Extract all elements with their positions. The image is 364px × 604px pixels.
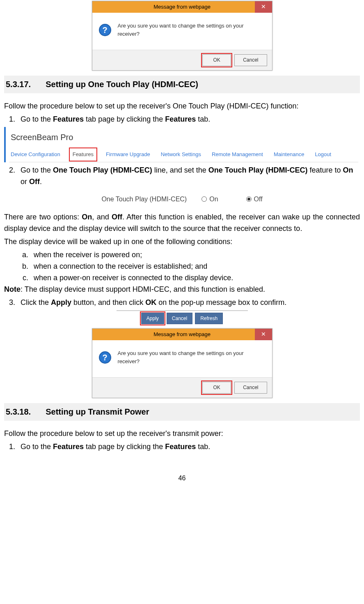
section-title: Setting up Transmit Power bbox=[46, 406, 149, 418]
step-3: Click the Apply button, and then click O… bbox=[17, 297, 360, 309]
apply-button[interactable]: Apply bbox=[141, 313, 164, 325]
tab-firmware-upgrade[interactable]: Firmware Upgrade bbox=[106, 150, 150, 159]
conditions-intro: The display device will be waked up in o… bbox=[4, 236, 360, 248]
procedure-list: Go to the Features tab page by clicking … bbox=[4, 114, 360, 125]
dialog-title: Message from webpage bbox=[153, 330, 211, 339]
confirm-dialog-top: Message from webpage ✕ ? Are you sure yo… bbox=[92, 1, 272, 71]
dialog-footer: OK Cancel bbox=[92, 377, 272, 398]
intro-text: Follow the procedure below to set up the… bbox=[4, 101, 360, 112]
procedure-list-3: Click the Apply button, and then click O… bbox=[4, 297, 360, 309]
dialog-body: ? Are you sure you want to change the se… bbox=[92, 13, 272, 50]
intro-text-2: Follow the procedure below to set up the… bbox=[4, 428, 360, 440]
radio-off-circle bbox=[246, 196, 252, 202]
condition-a: when the receiver is powered on; bbox=[30, 249, 360, 261]
hdmi-cec-label: One Touch Play (HDMI-CEC) bbox=[101, 194, 187, 205]
dialog-footer: OK Cancel bbox=[92, 50, 272, 70]
step-1-sec2: Go to the Features tab page by clicking … bbox=[17, 441, 360, 453]
section-number: 5.3.18. bbox=[6, 406, 31, 418]
tab-network-settings[interactable]: Network Settings bbox=[161, 150, 201, 159]
section-title: Setting up One Touch Play (HDMI-CEC) bbox=[46, 78, 198, 91]
close-icon[interactable]: ✕ bbox=[255, 329, 272, 340]
step-2: Go to the One Touch Play (HDMI-CEC) line… bbox=[17, 165, 360, 188]
dialog-title: Message from webpage bbox=[153, 3, 211, 11]
condition-c: when a power-on receiver is connected to… bbox=[30, 272, 360, 284]
conditions-list: when the receiver is powered on; when a … bbox=[4, 249, 360, 284]
note-line: Note: The display device must support HD… bbox=[4, 284, 360, 295]
refresh-button[interactable]: Refresh bbox=[195, 313, 223, 325]
cancel-button[interactable]: Cancel bbox=[234, 54, 267, 66]
options-explanation: There are two options: On, and Off. Afte… bbox=[4, 212, 360, 235]
product-name: ScreenBeam Pro bbox=[9, 131, 358, 144]
tab-device-configuration[interactable]: Device Configuration bbox=[11, 150, 60, 159]
cancel-button-bar[interactable]: Cancel bbox=[167, 313, 192, 325]
radio-on-label: On bbox=[209, 194, 218, 205]
section-heading-5-3-18: 5.3.18. Setting up Transmit Power bbox=[4, 403, 360, 421]
radio-off[interactable]: Off bbox=[246, 194, 263, 205]
ok-button[interactable]: OK bbox=[202, 54, 231, 66]
procedure-list-cont: Go to the One Touch Play (HDMI-CEC) line… bbox=[4, 165, 360, 188]
tab-features[interactable]: Features bbox=[71, 150, 95, 159]
condition-b: when a connection to the receiver is est… bbox=[30, 261, 360, 272]
features-nav-screenshot: ScreenBeam Pro Device Configuration Feat… bbox=[4, 127, 360, 162]
procedure-list-2: Go to the Features tab page by clicking … bbox=[4, 441, 360, 453]
radio-on[interactable]: On bbox=[201, 194, 218, 205]
dialog-message: Are you sure you want to change the sett… bbox=[118, 349, 266, 366]
section-number: 5.3.17. bbox=[6, 78, 31, 91]
dialog-titlebar: Message from webpage ✕ bbox=[92, 1, 272, 13]
confirm-dialog-bottom: Message from webpage ✕ ? Are you sure yo… bbox=[92, 328, 272, 398]
apply-button-bar: Apply Cancel Refresh bbox=[117, 310, 248, 328]
radio-on-circle bbox=[201, 196, 207, 202]
radio-off-label: Off bbox=[254, 194, 263, 205]
tab-logout[interactable]: Logout bbox=[315, 150, 331, 159]
dialog-body: ? Are you sure you want to change the se… bbox=[92, 340, 272, 377]
dialog-titlebar: Message from webpage ✕ bbox=[92, 329, 272, 340]
question-icon: ? bbox=[99, 24, 111, 36]
tab-remote-management[interactable]: Remote Management bbox=[212, 150, 263, 159]
hdmi-cec-radio-row: One Touch Play (HDMI-CEC) On Off bbox=[4, 194, 360, 205]
section-heading-5-3-17: 5.3.17. Setting up One Touch Play (HDMI-… bbox=[4, 76, 360, 93]
cancel-button[interactable]: Cancel bbox=[234, 382, 267, 394]
tab-maintenance[interactable]: Maintenance bbox=[274, 150, 304, 159]
nav-tabs: Device Configuration Features Firmware U… bbox=[9, 150, 358, 162]
question-icon: ? bbox=[99, 351, 111, 364]
close-icon[interactable]: ✕ bbox=[255, 1, 272, 13]
dialog-message: Are you sure you want to change the sett… bbox=[118, 22, 266, 38]
ok-button[interactable]: OK bbox=[202, 382, 231, 394]
step-1: Go to the Features tab page by clicking … bbox=[17, 114, 360, 125]
page-number: 46 bbox=[4, 473, 360, 484]
